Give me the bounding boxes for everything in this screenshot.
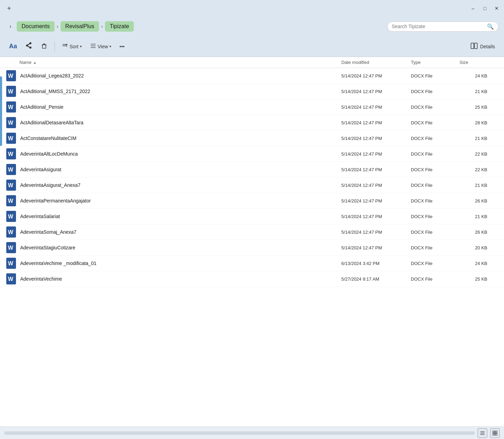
new-tab-button[interactable]: + <box>4 3 14 13</box>
sort-button[interactable]: Sort ▾ <box>58 41 85 52</box>
table-row[interactable]: W ActAditional_MMSS_2171_2022 5/14/2024 … <box>0 84 504 99</box>
file-icon-word: W <box>6 148 17 159</box>
col-name[interactable]: Name ▲ <box>19 60 341 65</box>
file-date: 5/27/2024 9:17 AM <box>341 276 411 282</box>
file-type: DOCX File <box>411 183 460 188</box>
view-label: View <box>98 44 108 49</box>
file-name-cell: W AdeverintaStagiuCotizare <box>6 242 341 253</box>
svg-text:W: W <box>8 73 14 79</box>
delete-button[interactable] <box>37 40 51 53</box>
file-icon-word: W <box>6 195 17 206</box>
file-icon-word: W <box>6 101 17 113</box>
file-date: 5/14/2024 12:47 PM <box>341 214 411 219</box>
svg-rect-41 <box>495 431 497 433</box>
share-button[interactable] <box>22 40 36 53</box>
close-button[interactable]: ✕ <box>494 5 500 11</box>
file-date: 5/14/2024 12:47 PM <box>341 167 411 172</box>
svg-rect-7 <box>471 43 474 49</box>
rename-button[interactable]: Aa <box>6 41 21 52</box>
file-size: 24 KB <box>460 73 494 78</box>
table-row[interactable]: W ActAditionalDetasareAltaTara 5/14/2024… <box>0 115 504 131</box>
file-name: AdeverintaVechime _modificata_01 <box>20 260 96 266</box>
file-type: DOCX File <box>411 136 460 141</box>
toolbar-separator-1 <box>55 41 55 52</box>
file-name-cell: W AdeverintaVechime <box>6 273 341 284</box>
file-date: 5/14/2024 12:47 PM <box>341 73 411 78</box>
details-label: Details <box>480 44 495 49</box>
file-type: DOCX File <box>411 151 460 157</box>
bottom-scrollbar[interactable] <box>4 431 475 435</box>
col-size[interactable]: Size <box>460 60 494 65</box>
delete-icon <box>41 42 48 51</box>
file-type: DOCX File <box>411 198 460 204</box>
file-icon-word: W <box>6 180 17 191</box>
table-row[interactable]: W AdeverintaSalariat 5/14/2024 12:47 PM … <box>0 209 504 224</box>
file-name: AdeverintaPermanentaAngajator <box>20 198 91 204</box>
table-row[interactable]: W AdeverintaVechime _modificata_01 6/13/… <box>0 256 504 271</box>
table-row[interactable]: W ActConstatareNulitateCIM 5/14/2024 12:… <box>0 131 504 146</box>
svg-text:W: W <box>8 151 14 157</box>
file-icon-word: W <box>6 133 17 144</box>
table-row[interactable]: W AdeverintaAltLocDeMunca 5/14/2024 12:4… <box>0 146 504 162</box>
col-type[interactable]: Type <box>411 60 460 65</box>
file-date: 5/14/2024 12:47 PM <box>341 105 411 110</box>
minimize-button[interactable]: – <box>470 5 476 11</box>
table-row[interactable]: W ActAditional_Pensie 5/14/2024 12:47 PM… <box>0 99 504 115</box>
more-button[interactable]: ••• <box>116 42 128 51</box>
table-row[interactable]: W AdeverintaAsigurat 5/14/2024 12:47 PM … <box>0 162 504 177</box>
grid-view-toggle[interactable] <box>490 428 500 438</box>
table-row[interactable]: W AdeverintaVechime 5/27/2024 9:17 AM DO… <box>0 271 504 287</box>
file-type: DOCX File <box>411 89 460 94</box>
file-icon-word: W <box>6 86 17 97</box>
toolbar: Aa Sort ▾ View ▾ ••• Details <box>0 36 504 57</box>
file-size: 24 KB <box>460 261 494 266</box>
table-row[interactable]: W AdeverintaStagiuCotizare 5/14/2024 12:… <box>0 240 504 256</box>
svg-text:W: W <box>8 120 14 126</box>
svg-text:W: W <box>8 198 14 204</box>
svg-text:W: W <box>8 260 14 266</box>
maximize-button[interactable]: □ <box>482 5 488 11</box>
file-name-cell: W ActAditional_MMSS_2171_2022 <box>6 86 341 97</box>
table-row[interactable]: W AdeverintaPermanentaAngajator 5/14/202… <box>0 193 504 209</box>
file-icon-word: W <box>6 70 17 81</box>
file-name-cell: W AdeverintaSalariat <box>6 211 341 222</box>
file-name-cell: W AdeverintaAsigurat_Anexa7 <box>6 180 341 191</box>
file-name: ActAditional_Legea283_2022 <box>20 73 84 78</box>
col-name-label: Name <box>19 60 32 65</box>
breadcrumb-tipizate[interactable]: Tipizate <box>105 21 134 32</box>
file-name-cell: W AdeverintaAltLocDeMunca <box>6 148 341 159</box>
details-button[interactable]: Details <box>467 40 498 53</box>
nav-back-button[interactable]: › <box>6 22 15 31</box>
title-bar: + – □ ✕ <box>0 0 504 17</box>
table-row[interactable]: W AdeverintaAsigurat_Anexa7 5/14/2024 12… <box>0 177 504 193</box>
search-icon[interactable]: 🔍 <box>487 23 494 30</box>
view-button[interactable]: View ▾ <box>87 41 115 52</box>
search-box[interactable]: 🔍 <box>387 22 498 32</box>
search-input[interactable] <box>392 24 484 29</box>
file-name: AdeverintaSalariat <box>20 214 60 219</box>
file-size: 26 KB <box>460 198 494 204</box>
svg-rect-40 <box>493 431 495 433</box>
svg-text:W: W <box>8 229 14 235</box>
file-date: 5/14/2024 12:47 PM <box>341 120 411 125</box>
file-type: DOCX File <box>411 276 460 282</box>
share-icon <box>25 42 32 51</box>
file-size: 21 KB <box>460 89 494 94</box>
file-size: 22 KB <box>460 167 494 172</box>
bottom-bar <box>0 426 504 439</box>
file-size: 26 KB <box>460 230 494 235</box>
file-size: 20 KB <box>460 245 494 250</box>
file-date: 5/14/2024 12:47 PM <box>341 89 411 94</box>
table-row[interactable]: W AdeverintaSomaj_Anexa7 5/14/2024 12:47… <box>0 224 504 240</box>
rename-icon: Aa <box>9 43 17 50</box>
list-view-toggle[interactable] <box>478 428 487 438</box>
breadcrumb-revisalplus[interactable]: RevisalPlus <box>60 21 99 32</box>
left-accent <box>0 76 2 146</box>
table-row[interactable]: W ActAditional_Legea283_2022 5/14/2024 1… <box>0 68 504 84</box>
breadcrumb-documents[interactable]: Documents <box>17 21 55 32</box>
file-type: DOCX File <box>411 167 460 172</box>
file-size: 28 KB <box>460 120 494 125</box>
file-icon-word: W <box>6 117 17 128</box>
col-date-modified[interactable]: Date modified <box>341 60 411 65</box>
more-icon: ••• <box>120 44 125 49</box>
